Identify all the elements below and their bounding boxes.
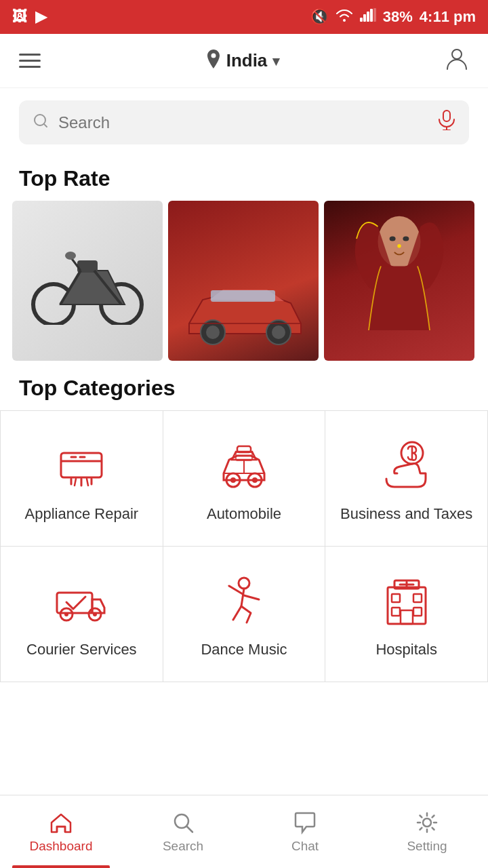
- courier-label: Courier Services: [26, 640, 137, 660]
- appliance-repair-label: Appliance Repair: [25, 505, 139, 524]
- svg-rect-2: [367, 12, 369, 22]
- location-label: India: [226, 50, 268, 71]
- svg-rect-7: [443, 111, 450, 121]
- chevron-down-icon: ▾: [272, 53, 279, 69]
- location-selector[interactable]: India ▾: [206, 50, 280, 73]
- status-left-icons: 🖼 ▶: [12, 8, 47, 26]
- signal-icon: [360, 8, 376, 26]
- svg-point-5: [452, 50, 462, 59]
- car-image[interactable]: [168, 201, 319, 361]
- time-display: 4:11 pm: [420, 8, 476, 26]
- svg-rect-57: [392, 594, 400, 602]
- category-business-taxes[interactable]: Business and Taxes: [325, 411, 488, 547]
- svg-point-50: [93, 612, 97, 616]
- hospitals-label: Hospitals: [375, 640, 436, 660]
- business-taxes-label: Business and Taxes: [340, 505, 472, 524]
- status-bar: 🖼 ▶ 🔇 38% 4:11 pm: [0, 0, 488, 34]
- status-right-icons: 🔇 38% 4:11 pm: [310, 7, 476, 26]
- svg-point-39: [230, 477, 236, 483]
- search-bar[interactable]: [19, 100, 469, 144]
- location-pin-icon: [206, 50, 221, 73]
- appliance-repair-icon: [54, 438, 108, 492]
- svg-point-22: [272, 326, 285, 339]
- top-nav: India ▾: [0, 34, 488, 88]
- svg-point-17: [65, 252, 76, 260]
- search-icon: [33, 113, 49, 133]
- microphone-icon[interactable]: [438, 110, 455, 135]
- top-rate-images: [0, 201, 488, 361]
- svg-point-63: [175, 814, 188, 828]
- svg-rect-4: [373, 8, 376, 22]
- top-rate-section: Top Rate: [0, 151, 488, 361]
- dashboard-label: Dashboard: [30, 839, 93, 854]
- search-nav-icon: [171, 810, 195, 835]
- svg-rect-61: [401, 610, 413, 624]
- active-indicator: [12, 865, 110, 868]
- chat-icon: [293, 810, 317, 835]
- svg-rect-53: [388, 587, 426, 624]
- top-categories-title: Top Categories: [0, 361, 488, 410]
- bottom-navigation: Dashboard Search Chat Setting: [0, 795, 488, 868]
- top-categories-section: Top Categories Appliance Repair: [0, 361, 488, 682]
- bike-image[interactable]: [12, 201, 163, 361]
- settings-icon: [415, 810, 439, 835]
- svg-point-51: [239, 578, 249, 589]
- chat-label: Chat: [291, 839, 319, 854]
- nav-search[interactable]: Search: [122, 795, 244, 868]
- setting-label: Setting: [407, 839, 447, 854]
- home-icon: [49, 810, 73, 835]
- dance-music-label: Dance Music: [201, 640, 287, 660]
- hamburger-menu-button[interactable]: [19, 54, 41, 68]
- svg-point-64: [423, 818, 431, 827]
- automobile-label: Automobile: [207, 505, 281, 524]
- svg-rect-59: [392, 608, 400, 616]
- svg-point-20: [206, 326, 220, 339]
- dance-music-icon: [217, 574, 271, 628]
- categories-grid: Appliance Repair Automobile: [0, 410, 488, 682]
- user-profile-button[interactable]: [445, 46, 469, 75]
- svg-rect-58: [413, 594, 422, 602]
- battery-status: 38%: [383, 8, 413, 26]
- svg-rect-1: [363, 14, 366, 22]
- bride-image[interactable]: [324, 201, 474, 361]
- top-rate-title: Top Rate: [0, 151, 488, 201]
- svg-point-48: [64, 612, 68, 616]
- category-dance-music[interactable]: Dance Music: [163, 547, 326, 682]
- nav-chat[interactable]: Chat: [244, 795, 366, 868]
- courier-icon: [54, 574, 108, 628]
- category-automobile[interactable]: Automobile: [163, 411, 326, 547]
- category-hospitals[interactable]: Hospitals: [325, 547, 488, 682]
- svg-line-52: [241, 589, 244, 606]
- wifi-icon: [336, 7, 353, 26]
- search-label: Search: [163, 839, 203, 854]
- svg-point-25: [390, 236, 396, 241]
- svg-point-26: [403, 236, 409, 241]
- svg-rect-60: [413, 608, 422, 616]
- nav-dashboard[interactable]: Dashboard: [0, 795, 122, 868]
- svg-line-35: [75, 479, 76, 486]
- svg-point-41: [252, 477, 258, 483]
- svg-rect-18: [211, 290, 275, 302]
- svg-rect-0: [360, 18, 363, 22]
- youtube-icon: ▶: [35, 8, 47, 26]
- automobile-icon: [217, 438, 271, 492]
- category-appliance-repair[interactable]: Appliance Repair: [1, 411, 163, 547]
- nav-setting[interactable]: Setting: [366, 795, 488, 868]
- svg-line-36: [87, 479, 88, 486]
- business-taxes-icon: [380, 438, 434, 492]
- category-courier[interactable]: Courier Services: [1, 547, 163, 682]
- photo-icon: 🖼: [12, 8, 27, 26]
- hospitals-icon: [380, 574, 434, 628]
- search-input[interactable]: [58, 113, 428, 132]
- mute-icon: 🔇: [310, 8, 329, 26]
- svg-rect-3: [370, 9, 373, 22]
- search-bar-container: [0, 88, 488, 151]
- svg-point-27: [397, 244, 401, 248]
